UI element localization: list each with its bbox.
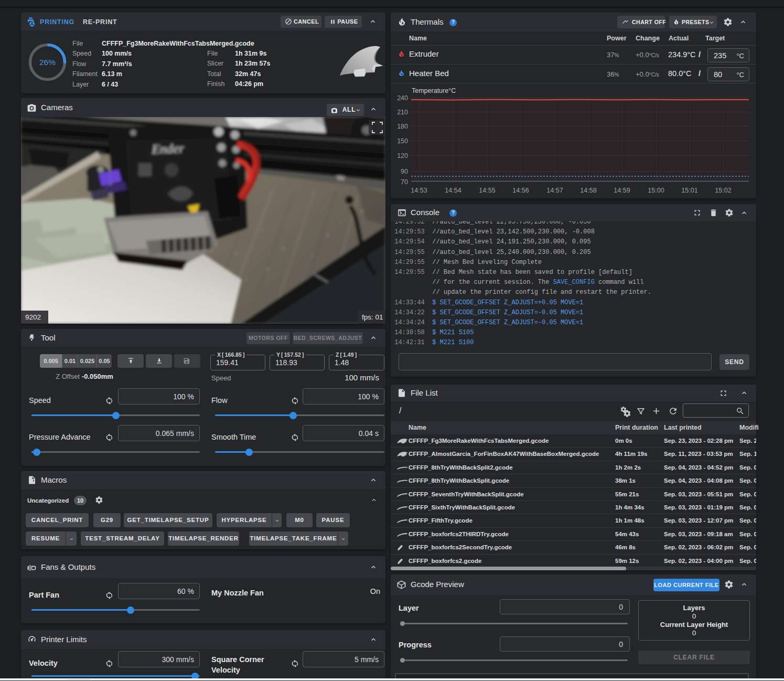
svg-text:14:56: 14:56	[512, 187, 529, 194]
svg-text:120: 120	[397, 152, 408, 159]
svg-text:14:55: 14:55	[479, 187, 495, 194]
svg-text:15:02: 15:02	[715, 187, 731, 194]
svg-text:Temperature°C: Temperature°C	[412, 87, 456, 94]
svg-text:15:01: 15:01	[681, 187, 697, 194]
svg-text:150: 150	[397, 137, 408, 145]
svg-text:14:59: 14:59	[614, 187, 630, 194]
svg-text:210: 210	[397, 109, 408, 116]
svg-text:9202: 9202	[25, 313, 41, 321]
svg-text:15:00: 15:00	[648, 187, 664, 194]
svg-text:90: 90	[401, 168, 408, 175]
svg-text:14:54: 14:54	[445, 187, 461, 194]
svg-text:180: 180	[397, 123, 408, 130]
svg-text:14:57: 14:57	[546, 187, 563, 194]
svg-text:fps: 01: fps: 01	[362, 313, 383, 321]
svg-text:240: 240	[397, 94, 408, 102]
svg-text:70: 70	[401, 178, 408, 186]
svg-text:Ender: Ender	[151, 141, 184, 156]
svg-text:14:58: 14:58	[580, 187, 596, 194]
svg-text:14:53: 14:53	[411, 187, 427, 194]
svg-text:26%: 26%	[39, 58, 56, 67]
